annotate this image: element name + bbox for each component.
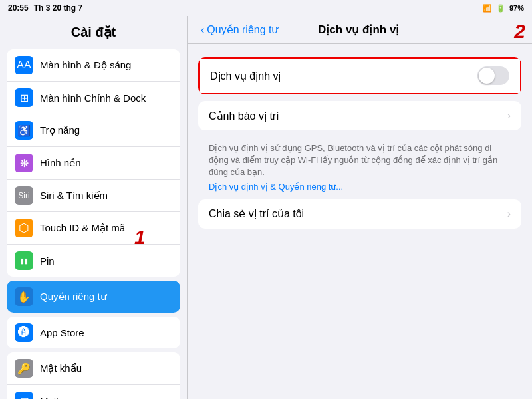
- sidebar-title: Cài đặt: [0, 16, 187, 45]
- sidebar-group-2: ✋ Quyền riêng tư: [7, 281, 180, 313]
- quyen-rieng-tu-icon: ✋: [15, 287, 33, 306]
- status-indicators: 📶 🔋 97%: [483, 4, 524, 13]
- app-store-icon: 🅐: [15, 323, 33, 342]
- dich-vu-dinh-vi-toggle[interactable]: [477, 66, 509, 85]
- wifi-icon: 📶: [483, 4, 492, 13]
- chevron-icon: ›: [507, 110, 511, 122]
- sidebar-item-quyen-rieng-tu[interactable]: ✋ Quyền riêng tư: [7, 281, 180, 313]
- back-chevron-icon: ‹: [201, 24, 204, 36]
- chia-se-vi-tri-label: Chia sẻ vị trí của tôi: [209, 207, 304, 220]
- siri-icon: Siri: [15, 186, 33, 205]
- content-group-2: Cảnh báo vị trí ›: [198, 101, 521, 130]
- canh-bao-vi-tri-row[interactable]: Cảnh báo vị trí ›: [198, 101, 521, 130]
- description-link[interactable]: Dịch vụ định vị & Quyền riêng tư...: [198, 182, 521, 200]
- sidebar-item-label: Mật khẩu: [40, 362, 172, 374]
- toggle-knob: [479, 68, 495, 84]
- location-description: Dịch vụ định vị sử dụng GPS, Bluetooth v…: [198, 137, 521, 182]
- content-area: ‹ Quyền riêng tư Dịch vụ định vị Dịch vụ…: [188, 16, 532, 399]
- hinh-nen-icon: ❋: [15, 154, 33, 172]
- tro-nang-icon: ♿: [15, 121, 33, 140]
- dich-vu-dinh-vi-label: Dịch vụ định vị: [210, 70, 281, 82]
- sidebar-item-mail[interactable]: ✉ Mail: [7, 385, 180, 399]
- sidebar-item-label: Màn hình Chính & Dock: [40, 92, 172, 104]
- status-date: Th 3 20 thg 7: [34, 3, 82, 13]
- content-body: Dịch vụ định vị Cảnh báo vị trí › Dịch v…: [188, 44, 532, 399]
- chia-se-vi-tri-row[interactable]: Chia sẻ vị trí của tôi ›: [198, 200, 521, 229]
- sidebar-group-4: 🔑 Mật khẩu ✉ Mail 👤 Danh bạ: [7, 352, 180, 399]
- sidebar-item-tro-nang[interactable]: ♿ Trợ năng: [7, 114, 180, 147]
- sidebar-item-hinh-nen[interactable]: ❋ Hình nền: [7, 147, 180, 180]
- back-button[interactable]: ‹ Quyền riêng tư: [201, 23, 278, 36]
- content-group-3: Chia sẻ vị trí của tôi ›: [198, 200, 521, 229]
- main-layout: Cài đặt AA Màn hình & Độ sáng ⊞ Màn hình…: [0, 16, 532, 399]
- content-header: ‹ Quyền riêng tư Dịch vụ định vị: [188, 16, 532, 44]
- status-time: 20:55: [8, 3, 29, 13]
- sidebar-item-man-hinh-chinh-dock[interactable]: ⊞ Màn hình Chính & Dock: [7, 82, 180, 114]
- dich-vu-dinh-vi-row[interactable]: Dịch vụ định vị: [198, 57, 521, 94]
- man-hinh-do-sang-icon: AA: [15, 56, 33, 74]
- canh-bao-vi-tri-label: Cảnh báo vị trí: [209, 110, 279, 122]
- sidebar-item-label: Siri & Tìm kiếm: [40, 190, 172, 201]
- status-time-date: 20:55 Th 3 20 thg 7: [8, 3, 82, 13]
- sidebar-item-label: Mail: [40, 396, 172, 400]
- sidebar-item-siri-tim-kiem[interactable]: Siri Siri & Tìm kiếm: [7, 180, 180, 212]
- sidebar-item-label: Trợ năng: [40, 124, 172, 136]
- mat-khau-icon: 🔑: [15, 359, 33, 378]
- pin-icon: ▮▮: [15, 251, 33, 270]
- chevron-icon-2: ›: [507, 208, 511, 220]
- back-label: Quyền riêng tư: [207, 23, 278, 36]
- sidebar-item-mat-khau[interactable]: 🔑 Mật khẩu: [7, 352, 180, 385]
- sidebar-item-label: Hình nền: [40, 157, 172, 169]
- sidebar-item-label: Touch ID & Mật mã: [40, 222, 172, 234]
- content-group-1: Dịch vụ định vị: [198, 57, 521, 94]
- touch-id-icon: ⬡: [15, 219, 33, 237]
- sidebar-item-touch-id[interactable]: ⬡ Touch ID & Mật mã: [7, 212, 180, 245]
- sidebar-item-label: Màn hình & Độ sáng: [40, 59, 172, 71]
- battery-level: 97%: [509, 4, 524, 12]
- sidebar-item-label: Quyền riêng tư: [40, 291, 172, 303]
- sidebar-item-label: App Store: [40, 327, 172, 338]
- sidebar: Cài đặt AA Màn hình & Độ sáng ⊞ Màn hình…: [0, 16, 188, 399]
- status-bar: 20:55 Th 3 20 thg 7 📶 🔋 97%: [0, 0, 532, 16]
- sidebar-item-man-hinh-do-sang[interactable]: AA Màn hình & Độ sáng: [7, 49, 180, 82]
- sidebar-group-1: AA Màn hình & Độ sáng ⊞ Màn hình Chính &…: [7, 49, 180, 277]
- content-title: Dịch vụ định vị: [318, 23, 399, 37]
- sidebar-item-app-store[interactable]: 🅐 App Store: [7, 317, 180, 348]
- mail-icon: ✉: [15, 392, 33, 399]
- sidebar-item-label: Pin: [40, 255, 172, 267]
- battery-icon: 🔋: [496, 4, 505, 13]
- sidebar-item-pin[interactable]: ▮▮ Pin: [7, 245, 180, 277]
- man-hinh-chinh-icon: ⊞: [15, 88, 33, 107]
- sidebar-group-3: 🅐 App Store: [7, 317, 180, 348]
